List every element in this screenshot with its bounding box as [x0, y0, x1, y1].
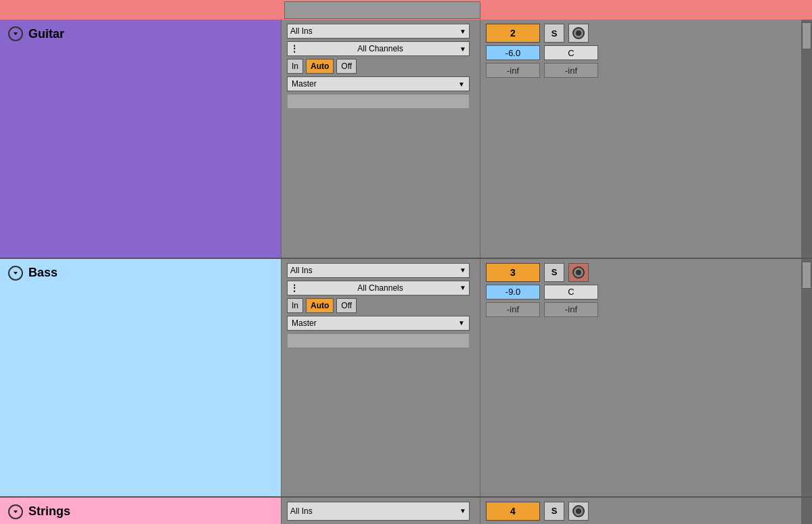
- chevron-down-icon: [12, 270, 19, 277]
- strings-track-name: Strings: [28, 504, 70, 519]
- scrollbar[interactable]: [801, 20, 812, 257]
- svg-marker-0: [14, 32, 18, 35]
- track-row-bass: Bass All Ins ▼ ⋮ All Channels ▼ In Auto: [0, 259, 812, 498]
- bass-collapse-button[interactable]: [8, 266, 23, 281]
- guitar-controls: All Ins ▼ ⋮ All Channels ▼ In Auto Off: [281, 20, 480, 257]
- strings-collapse-button[interactable]: [8, 504, 23, 519]
- bass-arm-icon: [572, 266, 585, 279]
- guitar-monitor-off[interactable]: Off: [336, 59, 357, 74]
- chevron-down-icon: [12, 30, 19, 37]
- guitar-monitor-row: In Auto Off: [287, 59, 474, 74]
- guitar-pan-row: -6.0 C: [486, 45, 796, 60]
- channel-dots-bass: ⋮: [290, 283, 298, 293]
- guitar-solo-button[interactable]: S: [544, 24, 564, 43]
- guitar-monitor-in[interactable]: In: [287, 59, 303, 74]
- bass-pan-row: -9.0 C: [486, 285, 796, 300]
- guitar-meter-right: -inf: [544, 63, 598, 78]
- strings-arm-icon: [572, 505, 585, 517]
- tracks-container: Guitar All Ins ▼ ⋮ All Channels ▼: [0, 0, 812, 524]
- svg-marker-1: [14, 272, 18, 275]
- track-row-strings: Strings All Ins ▼ 4 S: [0, 498, 812, 524]
- bass-pan[interactable]: -9.0: [486, 285, 540, 300]
- bass-output[interactable]: Master ▼: [287, 316, 470, 331]
- guitar-channel-arrow: ▼: [459, 45, 466, 53]
- guitar-arm-icon: [572, 27, 585, 39]
- track-header-strings: Strings: [8, 504, 70, 519]
- bass-input-arrow: ▼: [459, 266, 466, 274]
- chevron-down-icon: [12, 508, 19, 515]
- guitar-monitor-auto[interactable]: Auto: [306, 59, 334, 74]
- track-color-guitar: Guitar: [0, 20, 281, 257]
- track-header-guitar: Guitar: [8, 26, 64, 41]
- strings-track-number[interactable]: 4: [486, 502, 540, 521]
- guitar-inf-row: -inf -inf: [486, 63, 796, 78]
- bass-output-arrow: ▼: [458, 319, 465, 327]
- bass-inf-row: -inf -inf: [486, 302, 796, 317]
- track-row-guitar: Guitar All Ins ▼ ⋮ All Channels ▼: [0, 20, 812, 258]
- guitar-channel[interactable]: ⋮ All Channels ▼: [287, 41, 470, 56]
- guitar-arm-button[interactable]: [568, 24, 589, 43]
- strings-controls-partial: All Ins ▼: [281, 498, 480, 524]
- bass-input-source[interactable]: All Ins ▼: [287, 263, 470, 278]
- guitar-output[interactable]: Master ▼: [287, 76, 470, 91]
- bass-channel-arrow: ▼: [459, 284, 466, 291]
- bass-number-row: 3 S: [486, 263, 796, 282]
- guitar-output-row: Master ▼: [287, 76, 470, 91]
- guitar-output-arrow: ▼: [458, 80, 465, 88]
- guitar-input-source[interactable]: All Ins ▼: [287, 24, 470, 39]
- scrollbar-strings[interactable]: [801, 498, 812, 524]
- track-color-strings: Strings: [0, 498, 281, 524]
- guitar-track-number[interactable]: 2: [486, 24, 540, 43]
- guitar-number-row: 2 S: [486, 24, 796, 43]
- bass-track-name: Bass: [28, 266, 58, 280]
- bass-track-number[interactable]: 3: [486, 263, 540, 282]
- top-bar-inner: [284, 1, 480, 19]
- bass-output-row: Master ▼: [287, 316, 470, 331]
- strings-solo-button[interactable]: S: [544, 502, 564, 521]
- guitar-collapse-button[interactable]: [8, 26, 23, 41]
- channel-dots: ⋮: [290, 44, 298, 53]
- bass-solo-button[interactable]: S: [544, 263, 564, 282]
- guitar-key[interactable]: C: [544, 45, 598, 60]
- bass-spacer: [287, 333, 470, 348]
- bass-channel-row: ⋮ All Channels ▼: [287, 281, 474, 295]
- track-header-bass: Bass: [8, 266, 58, 281]
- bass-meter-right: -inf: [544, 302, 598, 317]
- guitar-meters: 2 S -6.0 C -inf -inf: [480, 20, 801, 257]
- guitar-spacer: [287, 94, 470, 109]
- bass-meters: 3 S -9.0 C -inf -inf: [480, 259, 801, 496]
- guitar-input-arrow: ▼: [459, 28, 466, 35]
- bass-arm-button[interactable]: [568, 263, 589, 282]
- strings-arm-button[interactable]: [568, 502, 589, 521]
- strings-input-row-partial: All Ins ▼: [287, 502, 474, 521]
- bass-controls: All Ins ▼ ⋮ All Channels ▼ In Auto Off M…: [281, 259, 480, 496]
- svg-marker-2: [14, 510, 18, 513]
- strings-input-arrow: ▼: [459, 507, 466, 515]
- bass-monitor-row: In Auto Off: [287, 298, 474, 313]
- track-color-bass: Bass: [0, 259, 281, 496]
- scrollbar-bass[interactable]: [801, 259, 812, 496]
- scrollbar-thumb[interactable]: [802, 22, 811, 49]
- guitar-channel-row: ⋮ All Channels ▼: [287, 41, 474, 56]
- strings-number-row-partial: 4 S: [486, 502, 796, 521]
- bass-input-row: All Ins ▼: [287, 263, 474, 278]
- guitar-track-name: Guitar: [28, 27, 64, 41]
- top-bar: [0, 0, 812, 20]
- bass-monitor-off[interactable]: Off: [336, 298, 357, 313]
- guitar-meter-left: -inf: [486, 63, 540, 78]
- bass-channel[interactable]: ⋮ All Channels ▼: [287, 281, 470, 295]
- bass-monitor-in[interactable]: In: [287, 298, 303, 313]
- bass-monitor-auto[interactable]: Auto: [306, 298, 334, 313]
- bass-key[interactable]: C: [544, 285, 598, 300]
- guitar-pan[interactable]: -6.0: [486, 45, 540, 60]
- bass-meter-left: -inf: [486, 302, 540, 317]
- strings-input-source[interactable]: All Ins ▼: [287, 502, 470, 521]
- guitar-input-row: All Ins ▼: [287, 24, 474, 39]
- scrollbar-thumb-bass[interactable]: [802, 262, 811, 289]
- strings-meters-partial: 4 S: [480, 498, 801, 524]
